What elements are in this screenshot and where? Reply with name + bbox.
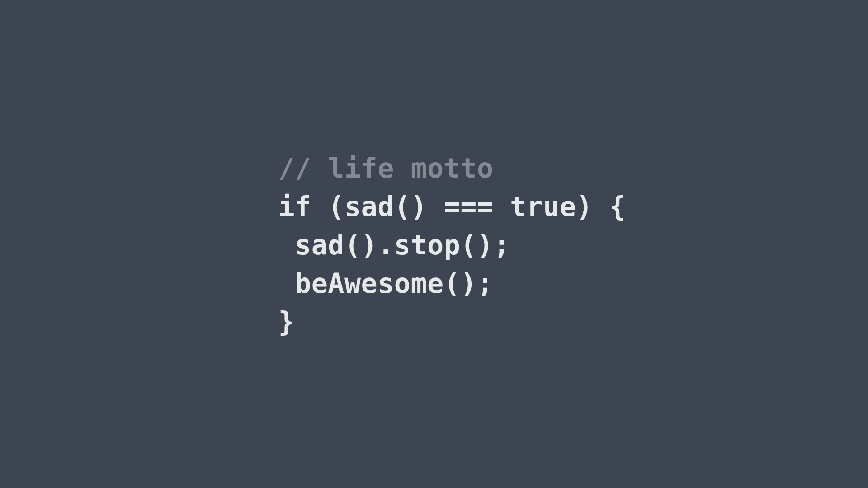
code-line-close: } [278, 306, 295, 338]
code-comment: // life motto [278, 152, 493, 184]
code-line-if: if (sad() === true) { [278, 191, 626, 222]
code-line-body-1: sad().stop(); [278, 229, 510, 261]
code-snippet: // life motto if (sad() === true) { sad(… [278, 110, 626, 341]
code-line-body-2: beAwesome(); [278, 267, 493, 299]
